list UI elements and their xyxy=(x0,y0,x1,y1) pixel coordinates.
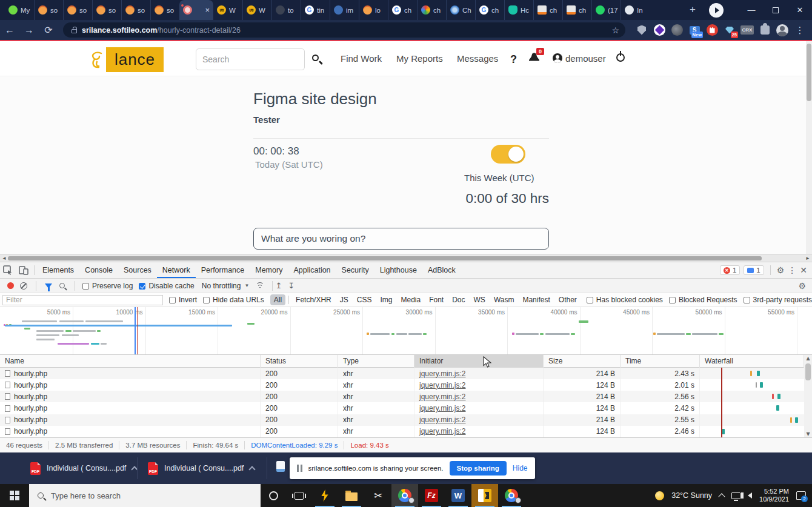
timer-toggle[interactable] xyxy=(491,145,525,164)
user-icon[interactable] xyxy=(553,53,562,63)
scroll-left-arrow[interactable]: ◄ xyxy=(1,255,8,261)
taskbar-app-chrome-2[interactable] xyxy=(498,484,525,507)
extensions-puzzle-icon[interactable] xyxy=(759,24,771,36)
type-filter-manifest[interactable]: Manifest xyxy=(519,294,553,305)
minimize-button[interactable]: — xyxy=(739,0,764,20)
horizontal-scrollbar[interactable]: ◄ ► xyxy=(0,254,812,262)
initiator-link[interactable]: jquery.min.js:2 xyxy=(419,404,465,413)
network-conditions-icon[interactable] xyxy=(255,282,265,289)
cortana-button[interactable] xyxy=(263,484,284,507)
tray-expand-chevron-icon[interactable] xyxy=(718,493,725,500)
purple-diamond-extension-icon[interactable] xyxy=(653,24,665,36)
request-row[interactable]: hourly.php200xhrjquery.min.js:2124 B2.01… xyxy=(0,379,812,391)
requests-scrollbar-thumb[interactable] xyxy=(805,363,811,380)
devtools-tab-memory[interactable]: Memory xyxy=(250,262,288,278)
throttling-dropdown-arrow[interactable]: ▼ xyxy=(244,283,249,288)
column-header-initiator[interactable]: Initiator xyxy=(414,355,544,368)
network-search-icon[interactable] xyxy=(59,283,65,288)
taskbar-app-chrome[interactable] xyxy=(391,484,418,507)
weather-text[interactable]: 32°C Sunny xyxy=(671,491,712,500)
clear-button[interactable] xyxy=(20,282,27,290)
speaker-icon[interactable] xyxy=(748,492,752,499)
export-har-icon[interactable]: ↧ xyxy=(288,281,295,290)
type-filter-css[interactable]: CSS xyxy=(353,294,376,305)
column-header-waterfall[interactable]: Waterfall xyxy=(700,355,804,368)
browser-tab[interactable]: ch xyxy=(417,0,446,20)
gem-extension-icon[interactable]: 25 xyxy=(724,24,736,36)
browser-tab[interactable]: ch xyxy=(562,0,591,20)
column-header-type[interactable]: Type xyxy=(338,355,414,368)
browser-tab[interactable]: My xyxy=(5,0,34,20)
tab-close-icon[interactable]: × xyxy=(205,5,210,15)
nav-find-work[interactable]: Find Work xyxy=(341,53,382,64)
site-search-input[interactable] xyxy=(196,48,305,70)
invert-checkbox[interactable]: Invert xyxy=(169,296,197,304)
issues-badge[interactable]: 1 xyxy=(744,265,764,275)
browser-tab[interactable]: In xyxy=(621,0,650,20)
download-item[interactable]: PDF Individual ( Consu....pdf xyxy=(30,459,137,478)
browser-tab[interactable]: lo xyxy=(359,0,388,20)
initiator-link[interactable]: jquery.min.js:2 xyxy=(419,416,465,424)
hscroll-thumb[interactable] xyxy=(8,256,762,260)
browser-tab[interactable]: im xyxy=(330,0,359,20)
device-toolbar-icon[interactable] xyxy=(16,262,32,278)
scroll-down-arrow[interactable]: ▼ xyxy=(804,431,812,437)
maximize-button[interactable] xyxy=(764,0,788,20)
username[interactable]: demouser xyxy=(565,53,606,64)
download-item[interactable]: PDF Individual ( Consu....pdf xyxy=(148,459,255,478)
type-filter-doc[interactable]: Doc xyxy=(448,294,468,305)
devtools-tab-network[interactable]: Network xyxy=(157,262,196,278)
type-filter-img[interactable]: Img xyxy=(376,294,396,305)
request-name[interactable]: hourly.php xyxy=(0,391,261,402)
type-filter-font[interactable]: Font xyxy=(425,294,447,305)
request-row[interactable]: hourly.php200xhrjquery.min.js:2214 B2.56… xyxy=(0,391,812,402)
throttling-select[interactable]: No throttling xyxy=(202,282,241,290)
taskbar-app-filezilla[interactable]: Fz xyxy=(418,484,445,507)
search-icon[interactable] xyxy=(312,55,319,61)
taskbar-search[interactable]: Type here to search xyxy=(29,484,261,507)
checkbox-blocked-requests[interactable]: Blocked Requests xyxy=(669,296,737,304)
taskbar-app-snipping-tool[interactable]: ✂ xyxy=(365,484,391,507)
scroll-right-arrow[interactable]: ► xyxy=(804,255,811,261)
type-filter-fetchxhr[interactable]: Fetch/XHR xyxy=(292,294,335,305)
browser-menu-icon[interactable]: ⋮ xyxy=(794,24,806,36)
back-button[interactable]: ← xyxy=(0,25,19,36)
type-filter-other[interactable]: Other xyxy=(555,294,581,305)
request-name[interactable]: hourly.php xyxy=(0,426,261,437)
crx-extension-icon[interactable]: CRX xyxy=(741,24,753,36)
column-header-name[interactable]: Name xyxy=(0,355,261,368)
reload-button[interactable]: ⟳ xyxy=(39,24,58,36)
browser-tab[interactable]: so xyxy=(121,0,150,20)
devtools-tab-adblock[interactable]: AdBlock xyxy=(422,262,461,278)
devtools-tab-application[interactable]: Application xyxy=(288,262,336,278)
request-row[interactable]: hourly.php200xhrjquery.min.js:2124 B2.42… xyxy=(0,402,812,414)
forward-button[interactable]: → xyxy=(19,25,39,36)
request-name[interactable]: hourly.php xyxy=(0,379,261,391)
type-filter-wasm[interactable]: Wasm xyxy=(490,294,518,305)
dark-circle-extension-icon[interactable] xyxy=(671,24,683,36)
hide-sharing-link[interactable]: Hide xyxy=(513,464,528,472)
task-view-button[interactable] xyxy=(288,484,309,507)
requests-scrollbar[interactable]: ▲ ▼ xyxy=(804,355,812,437)
column-header-time[interactable]: Time xyxy=(621,355,700,368)
devtools-tab-lighthouse[interactable]: Lighthouse xyxy=(374,262,422,278)
scroll-up-arrow[interactable]: ▲ xyxy=(804,356,812,361)
request-row[interactable]: hourly.php200xhrjquery.min.js:2214 B2.55… xyxy=(0,414,812,426)
initiator-link[interactable]: jquery.min.js:2 xyxy=(419,427,465,436)
taskbar-app-lightning[interactable] xyxy=(311,484,338,507)
initiator-link[interactable]: jquery.min.js:2 xyxy=(419,393,465,401)
browser-tab[interactable]: to xyxy=(271,0,301,20)
column-header-size[interactable]: Size xyxy=(544,355,621,368)
record-button[interactable] xyxy=(7,282,14,289)
devtools-tab-security[interactable]: Security xyxy=(336,262,374,278)
browser-tab[interactable]: Gch xyxy=(388,0,417,20)
s-extension-icon[interactable]: SNew xyxy=(688,24,701,36)
browser-tab[interactable]: Gtin xyxy=(301,0,330,20)
checkbox-3rd-party-requests[interactable]: 3rd-party requests xyxy=(744,296,812,304)
network-overview-timeline[interactable]: 5000 ms10000 ms15000 ms20000 ms25000 ms3… xyxy=(0,307,812,355)
type-filter-js[interactable]: JS xyxy=(336,294,352,305)
stop-sharing-button[interactable]: Stop sharing xyxy=(450,461,507,476)
browser-tab[interactable]: Gch xyxy=(475,0,504,20)
hide-data-urls-checkbox[interactable]: Hide data URLs xyxy=(203,296,264,304)
browser-tab[interactable]: so xyxy=(150,0,179,20)
